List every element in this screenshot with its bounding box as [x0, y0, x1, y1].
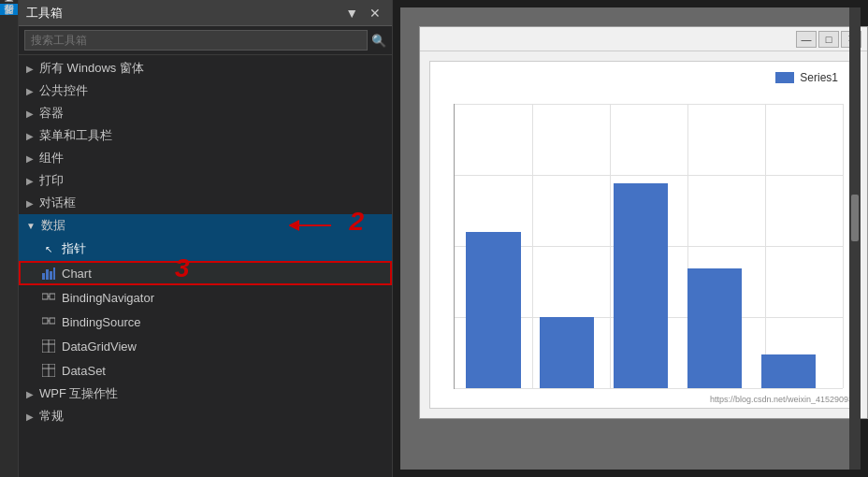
- arrow-icon: ▶: [26, 198, 34, 209]
- arrow-icon: ▶: [26, 131, 34, 141]
- gridline-v1: [532, 104, 533, 388]
- close-toolbox-button[interactable]: ✕: [366, 5, 384, 22]
- category-dialogs[interactable]: ▶ 对话框: [19, 192, 392, 214]
- designer-surface: — □ ✕ Series1: [400, 7, 861, 470]
- tool-chart[interactable]: Chart 3: [19, 261, 392, 285]
- server-tab[interactable]: 服务器: [0, 17, 18, 28]
- chart-icon: [41, 266, 56, 281]
- svg-rect-1: [42, 273, 45, 280]
- category-all-windows[interactable]: ▶ 所有 Windows 窗体: [19, 57, 392, 80]
- tool-binding-navigator[interactable]: BindingNavigator: [19, 285, 392, 310]
- category-menus[interactable]: ▶ 菜单和工具栏: [19, 124, 392, 147]
- maximize-button[interactable]: □: [818, 31, 839, 48]
- search-input[interactable]: [24, 30, 368, 51]
- search-icon[interactable]: 🔍: [371, 34, 386, 48]
- tool-datagridview[interactable]: DataGridView: [19, 334, 392, 358]
- scrollbar-track[interactable]: [849, 7, 861, 470]
- bar-1: [466, 232, 520, 388]
- form-window: — □ ✕ Series1: [419, 26, 868, 419]
- gridline-v2: [610, 104, 611, 388]
- gridline-h5: [455, 388, 843, 389]
- toolbox-list: ▶ 所有 Windows 窗体 ▶ 公共控件 ▶ 容器 ▶ 菜单和工具栏 ▶ 组…: [19, 55, 392, 477]
- category-label: 对话框: [39, 195, 76, 211]
- svg-rect-8: [42, 318, 48, 324]
- tool-binding-source[interactable]: BindingSource: [19, 310, 392, 334]
- tool-label: DataSet: [62, 364, 106, 378]
- datagridview-icon: [41, 339, 56, 354]
- category-data[interactable]: ▼ 数据: [19, 214, 392, 237]
- arrow-icon: ▶: [26, 412, 34, 422]
- titlebar-controls: ▼ ✕: [341, 5, 384, 22]
- category-components[interactable]: ▶ 组件: [19, 147, 392, 169]
- category-label: 所有 Windows 窗体: [39, 60, 144, 77]
- toolbox-panel: 工具箱 ▼ ✕ 🔍 ▶ 所有 Windows 窗体 ▶ 公共控件 ▶ 容器 ▶ …: [19, 0, 393, 477]
- binding-nav-icon: [41, 290, 56, 305]
- arrow-icon: ▶: [26, 176, 34, 186]
- category-common-controls[interactable]: ▶ 公共控件: [19, 80, 392, 102]
- svg-rect-9: [50, 318, 55, 324]
- toolbox-search-bar: 🔍: [19, 26, 392, 55]
- main-content: — □ ✕ Series1: [393, 0, 868, 477]
- category-label: 常规: [39, 408, 64, 425]
- category-wpf[interactable]: ▶ WPF 互操作性: [19, 383, 392, 405]
- pointer-icon: ↖: [41, 241, 56, 256]
- category-label: WPF 互操作性: [39, 385, 119, 402]
- category-label: 容器: [39, 105, 64, 122]
- category-printing[interactable]: ▶ 打印: [19, 169, 392, 192]
- bar-5: [761, 354, 816, 388]
- minimize-button[interactable]: —: [796, 31, 817, 48]
- watermark: https://blog.csdn.net/weixin_41529093: [710, 395, 853, 404]
- arrow-open-icon: ▼: [26, 221, 36, 231]
- tool-label: Chart: [62, 267, 92, 281]
- category-label: 打印: [39, 172, 64, 189]
- arrow-icon: ▶: [26, 389, 34, 399]
- chart-legend: Series1: [775, 71, 838, 84]
- category-data-container: ▼ 数据 2: [19, 214, 392, 237]
- svg-rect-4: [53, 267, 55, 280]
- pin-button[interactable]: ▼: [341, 5, 362, 22]
- legend-color-box: [775, 72, 794, 83]
- tool-label: 指针: [62, 240, 86, 257]
- toolbox-titlebar: 工具箱 ▼ ✕: [19, 0, 392, 26]
- gridline-v5: [843, 104, 844, 388]
- scrollbar-thumb[interactable]: [851, 195, 859, 241]
- svg-rect-5: [42, 294, 48, 299]
- arrow-icon: ▶: [26, 86, 34, 96]
- category-label: 公共控件: [39, 82, 88, 99]
- tool-label: DataGridView: [62, 340, 137, 354]
- arrow-icon: ▶: [26, 153, 34, 164]
- category-label: 菜单和工具栏: [39, 127, 112, 144]
- gridline-v4: [765, 104, 766, 388]
- chart-plot: [454, 104, 843, 389]
- category-containers[interactable]: ▶ 容器: [19, 102, 392, 124]
- form-body: Series1: [420, 51, 867, 418]
- toolbox-title: 工具箱: [26, 5, 63, 22]
- category-label: 组件: [39, 150, 64, 166]
- form-titlebar: — □ ✕: [420, 27, 867, 51]
- bar-3: [614, 183, 668, 388]
- tool-pointer[interactable]: ↖ 指针: [19, 237, 392, 261]
- toolbox-tab[interactable]: 工具箱: [0, 4, 18, 15]
- arrow-icon: ▶: [26, 108, 34, 119]
- vertical-sidebar: 工具箱 服务器: [0, 0, 19, 477]
- binding-src-icon: [41, 314, 56, 329]
- dataset-icon: [41, 363, 56, 378]
- tool-label: BindingSource: [62, 315, 141, 329]
- chart-container: Series1: [429, 61, 858, 409]
- gridline-h1: [455, 104, 843, 105]
- bar-4: [687, 268, 742, 388]
- gridline-h2: [455, 175, 843, 176]
- arrow-icon: ▶: [26, 64, 34, 74]
- tool-label: BindingNavigator: [62, 291, 154, 305]
- svg-rect-2: [46, 269, 49, 280]
- tool-dataset[interactable]: DataSet: [19, 358, 392, 383]
- category-general[interactable]: ▶ 常规: [19, 405, 392, 427]
- svg-rect-3: [50, 271, 52, 280]
- svg-rect-6: [50, 294, 55, 299]
- bar-2: [540, 317, 594, 388]
- category-label: 数据: [41, 217, 65, 234]
- legend-label: Series1: [800, 71, 838, 84]
